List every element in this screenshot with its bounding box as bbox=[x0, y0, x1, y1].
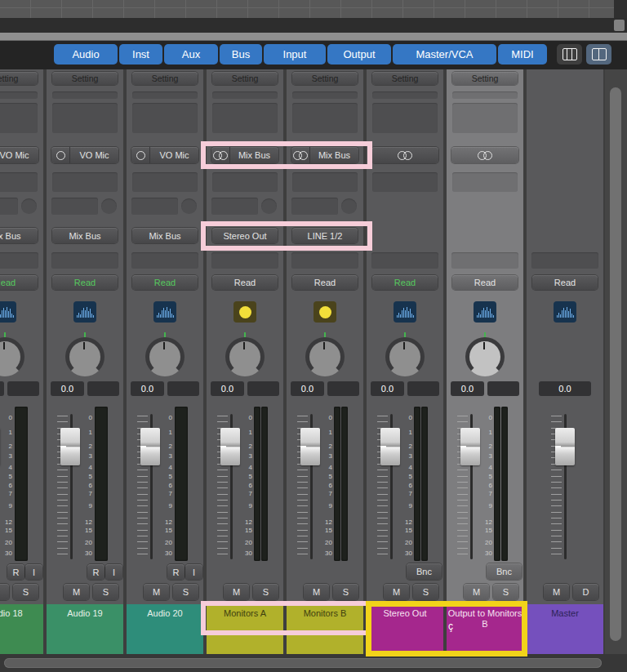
gain-value-box[interactable] bbox=[407, 381, 439, 396]
input-slot-button[interactable]: VO Mic bbox=[51, 147, 118, 163]
filter-button-inst[interactable]: Inst bbox=[119, 44, 162, 65]
input-slot-button[interactable]: VO Mic bbox=[0, 147, 38, 163]
audio-fx-slot[interactable] bbox=[452, 172, 518, 192]
pane-divider-bar[interactable] bbox=[0, 33, 627, 41]
volume-value-box[interactable]: 0.0 bbox=[131, 381, 164, 396]
gain-value-box[interactable] bbox=[247, 381, 279, 396]
mute-button[interactable]: M bbox=[544, 584, 569, 600]
automation-mode-button[interactable]: Read bbox=[0, 275, 38, 290]
group-slot[interactable] bbox=[211, 252, 278, 269]
channel-strip-audio-19[interactable]: SettingVO MicMix BusRead0.00123456791215… bbox=[47, 69, 123, 654]
output-routing-button[interactable]: Mix Bus bbox=[52, 228, 118, 243]
gain-reduction-slot[interactable] bbox=[372, 91, 438, 99]
volume-value-box[interactable]: 0.0 bbox=[51, 381, 84, 396]
gain-value-box[interactable] bbox=[167, 381, 199, 396]
automation-mode-button[interactable]: Read bbox=[372, 275, 438, 290]
volume-value-box[interactable]: 0.0 bbox=[291, 381, 324, 396]
eq-display-slot[interactable] bbox=[52, 103, 118, 133]
solo-button[interactable]: S bbox=[173, 584, 198, 600]
channel-name-plate[interactable]: Master bbox=[527, 604, 603, 654]
eq-display-slot[interactable] bbox=[132, 103, 198, 133]
dim-button[interactable]: D bbox=[573, 584, 598, 600]
mute-button[interactable]: M bbox=[384, 584, 409, 600]
mute-button[interactable]: M bbox=[464, 584, 489, 600]
channel-name-plate[interactable]: Output to Monitors Bç bbox=[447, 604, 523, 654]
send-slot[interactable] bbox=[0, 198, 18, 215]
channel-strip-master[interactable]: Read0.0MDMaster bbox=[527, 69, 603, 654]
mute-button[interactable]: M bbox=[224, 584, 249, 600]
channel-setting-button[interactable]: Setting bbox=[372, 72, 438, 85]
input-slot-button[interactable]: Mix Bus bbox=[291, 147, 358, 163]
channel-strip-audio-20[interactable]: SettingVO MicMix BusRead0.00123456791215… bbox=[127, 69, 203, 654]
pan-knob[interactable] bbox=[385, 337, 425, 376]
dual-view-button[interactable] bbox=[586, 44, 611, 65]
gain-value-box[interactable] bbox=[487, 381, 519, 396]
mute-button[interactable]: M bbox=[64, 584, 89, 600]
channel-strip-stereo-out[interactable]: SettingRead0.001234567912152030BncMSSter… bbox=[367, 69, 443, 654]
gain-value-box[interactable] bbox=[87, 381, 119, 396]
solo-button[interactable]: S bbox=[253, 584, 278, 600]
send-slot[interactable] bbox=[211, 198, 258, 215]
send-level-knob[interactable] bbox=[261, 198, 277, 214]
timer-icon[interactable] bbox=[314, 301, 336, 323]
timer-icon[interactable] bbox=[233, 301, 256, 323]
input-slot-button[interactable]: VO Mic bbox=[131, 147, 198, 163]
waveform-meter-icon[interactable] bbox=[153, 301, 176, 323]
channel-strip-monitors-a[interactable]: SettingMix BusStereo OutRead0.0012345679… bbox=[207, 69, 283, 654]
waveform-meter-icon[interactable] bbox=[73, 301, 96, 323]
input-slot-button[interactable] bbox=[371, 147, 438, 163]
volume-value-box[interactable]: 0.0 bbox=[539, 381, 591, 396]
fader-cap[interactable] bbox=[555, 428, 575, 465]
group-slot[interactable] bbox=[531, 252, 598, 269]
eq-display-slot[interactable] bbox=[452, 103, 518, 133]
solo-button[interactable]: S bbox=[13, 584, 38, 600]
record-arm-button[interactable]: R bbox=[87, 564, 104, 580]
waveform-meter-icon[interactable] bbox=[474, 301, 496, 323]
automation-mode-button[interactable]: Read bbox=[292, 275, 358, 290]
send-slot[interactable] bbox=[51, 198, 98, 215]
filter-button-bus[interactable]: Bus bbox=[220, 44, 262, 65]
automation-mode-button[interactable]: Read bbox=[212, 275, 278, 290]
channel-setting-button[interactable]: Setting bbox=[0, 72, 38, 85]
gain-reduction-slot[interactable] bbox=[212, 91, 278, 99]
channel-setting-button[interactable]: Setting bbox=[52, 72, 118, 85]
filter-button-input[interactable]: Input bbox=[264, 44, 326, 65]
send-level-knob[interactable] bbox=[21, 198, 37, 214]
pan-knob[interactable] bbox=[465, 337, 505, 376]
output-routing-button[interactable]: Stereo Out bbox=[212, 228, 278, 243]
waveform-meter-icon[interactable] bbox=[394, 301, 416, 323]
waveform-meter-icon[interactable] bbox=[554, 301, 576, 323]
channel-setting-button[interactable]: Setting bbox=[212, 72, 278, 85]
bounce-button[interactable]: Bnc bbox=[487, 563, 522, 580]
pan-knob[interactable] bbox=[65, 337, 104, 376]
group-slot[interactable] bbox=[51, 252, 118, 269]
output-routing-button[interactable]: Mix Bus bbox=[0, 228, 38, 243]
channel-name-plate[interactable]: Audio 20 bbox=[127, 604, 203, 654]
channel-setting-button[interactable]: Setting bbox=[132, 72, 198, 85]
group-slot[interactable] bbox=[131, 252, 198, 269]
channel-strip-monitors-b[interactable]: SettingMix BusLINE 1/2Read0.001234567912… bbox=[287, 69, 363, 654]
filter-button-midi[interactable]: MIDI bbox=[498, 44, 547, 65]
input-monitor-button[interactable]: I bbox=[25, 564, 42, 580]
send-slot[interactable] bbox=[131, 198, 178, 215]
group-slot[interactable] bbox=[0, 252, 38, 269]
output-routing-button[interactable]: LINE 1/2 bbox=[292, 228, 358, 243]
eq-display-slot[interactable] bbox=[292, 103, 358, 133]
horizontal-scrollbar-thumb[interactable] bbox=[4, 658, 602, 668]
eq-display-slot[interactable] bbox=[0, 103, 38, 133]
audio-fx-slot[interactable] bbox=[372, 172, 438, 192]
mute-button[interactable]: M bbox=[144, 584, 169, 600]
single-view-button[interactable] bbox=[557, 44, 582, 65]
mute-button[interactable]: M bbox=[0, 584, 9, 600]
output-routing-button[interactable]: Mix Bus bbox=[132, 228, 198, 243]
group-slot[interactable] bbox=[451, 252, 518, 269]
eq-display-slot[interactable] bbox=[372, 103, 438, 133]
automation-mode-button[interactable]: Read bbox=[452, 275, 518, 290]
volume-value-box[interactable]: 0.0 bbox=[451, 381, 484, 396]
send-slot[interactable] bbox=[291, 198, 338, 215]
channel-setting-button[interactable]: Setting bbox=[292, 72, 358, 85]
audio-fx-slot[interactable] bbox=[292, 172, 358, 192]
gain-reduction-slot[interactable] bbox=[0, 91, 38, 99]
record-arm-button[interactable]: R bbox=[167, 564, 185, 580]
gain-reduction-slot[interactable] bbox=[292, 91, 358, 99]
